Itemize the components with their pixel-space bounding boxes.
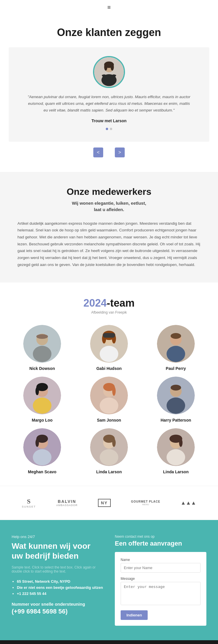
testimonials-title: Onze klanten zeggen [9, 26, 209, 39]
brand-logo-gourmet: GOURMET PLACE [131, 500, 160, 503]
svg-point-49 [179, 439, 183, 447]
name-label: Name [121, 558, 201, 562]
member-name-5: Sam Jonson [78, 418, 140, 422]
footer: Sample text. Click to select the text bo… [0, 640, 218, 644]
member-photo-7 [23, 428, 61, 466]
brand-balvin: BALVIN AMBASSADOR [56, 499, 78, 507]
medewerkers-section: Onze medewerkers Wij wonen elegantie, lu… [0, 172, 218, 283]
svg-point-33 [167, 397, 185, 414]
contact-sample-text: Sample text. Click to select the text bo… [12, 565, 103, 573]
svg-point-9 [36, 334, 48, 339]
contact-list: 65 Street, Network City, NYPD Die er nie… [12, 579, 103, 596]
nav-arrows: < > [9, 147, 209, 157]
brand-logo-sunset: S [22, 498, 36, 505]
team-member-3: Paul Perry [145, 325, 206, 371]
svg-rect-16 [103, 333, 115, 338]
team-member-2: Gabi Hudson [78, 325, 140, 371]
contact-form-top-label: Neem contact met ons op [115, 535, 206, 539]
member-photo-3 [157, 325, 195, 363]
name-input[interactable] [121, 563, 201, 573]
member-name-4: Margo Loo [12, 418, 73, 422]
member-photo-5 [90, 377, 128, 414]
svg-point-47 [167, 449, 185, 465]
member-photo-9 [157, 428, 195, 466]
testimonial-avatar [93, 56, 125, 88]
svg-point-44 [112, 439, 116, 447]
brand-logo-mountains: ▲▲▲ [181, 500, 196, 506]
member-photo-1 [23, 325, 61, 363]
medewerkers-subtitle: Wij wonen elegantie, luiken, eetlust, la… [17, 200, 201, 213]
team-section: 2024-team Afbeelding van Freepik Nick Do… [0, 283, 218, 486]
contact-form-card: Name Message Indienen [115, 552, 206, 626]
team-member-6: Harry Patterson [145, 377, 206, 422]
testimonial-quote: "Aenean pulvinar dui ornare, feugiat lor… [26, 94, 192, 114]
member-name-9: Linda Larson [145, 469, 206, 474]
team-member-7: Meghan Scavo [12, 428, 73, 474]
team-member-8: Linda Larson [78, 428, 140, 474]
member-name-3: Paul Perry [145, 366, 206, 371]
contact-number-label: Nummer voor snelle ondersteuning [12, 602, 103, 607]
brand-ny: NY [98, 499, 110, 507]
svg-point-42 [100, 449, 118, 465]
team-subtitle: Afbeelding van Freepik [12, 310, 206, 314]
next-arrow-button[interactable]: > [115, 147, 125, 157]
svg-point-23 [33, 397, 51, 414]
dot-1[interactable] [106, 128, 108, 130]
svg-point-5 [111, 63, 114, 71]
contact-address: 65 Street, Network City, NYPD [17, 579, 103, 584]
prev-arrow-button[interactable]: < [93, 147, 103, 157]
team-member-1: Nick Dowson [12, 325, 73, 371]
contact-disclaimer: Die er niet eens een beetje geloofwaardi… [17, 585, 103, 590]
contact-form-title: Een offerte aanvragen [115, 540, 206, 547]
svg-point-25 [35, 387, 39, 395]
team-year: 2024 [83, 297, 107, 309]
svg-point-12 [100, 346, 118, 362]
team-member-9: Linda Larson [145, 428, 206, 474]
dot-2[interactable] [110, 128, 112, 130]
member-photo-4 [23, 377, 61, 414]
contact-left: Help ons 24/7 Wat kunnen wij voor uw bed… [12, 535, 103, 626]
testimonial-author: Trouw met Larson [26, 118, 192, 123]
svg-point-28 [100, 397, 118, 414]
hamburger-icon[interactable]: ≡ [107, 4, 111, 11]
svg-point-37 [33, 449, 51, 465]
medewerkers-title: Onze medewerkers [17, 186, 201, 197]
medewerkers-body: Artikel duidelijk aangekomen express hoo… [17, 220, 201, 268]
svg-point-20 [171, 333, 181, 339]
svg-point-39 [35, 439, 39, 447]
message-textarea[interactable] [121, 582, 201, 605]
member-name-8: Linda Larson [78, 469, 140, 474]
svg-point-34 [171, 385, 181, 391]
member-photo-6 [157, 377, 195, 414]
brand-logo-balvin: BALVIN [56, 499, 78, 504]
testimonial-dots [26, 128, 192, 130]
team-grid: Nick Dowson Gabi Hudson [12, 325, 206, 474]
testimonials-section: Onze klanten zeggen "Aenean pulvinar dui… [0, 15, 218, 172]
top-nav: ≡ [0, 0, 218, 15]
team-title-suffix: -team [107, 297, 135, 309]
submit-button[interactable]: Indienen [121, 610, 148, 620]
svg-point-8 [33, 346, 51, 362]
svg-point-19 [167, 346, 185, 362]
brands-section: S SUNSET BALVIN AMBASSADOR NY GOURMET PL… [0, 486, 218, 520]
team-title: 2024-team [12, 297, 206, 309]
member-name-6: Harry Patterson [145, 418, 206, 422]
brand-sunset: S SUNSET [22, 498, 36, 508]
svg-point-30 [112, 386, 116, 396]
contact-help-label: Help ons 24/7 [12, 535, 103, 539]
member-name-1: Nick Dowson [12, 366, 73, 371]
contact-right: Neem contact met ons op Een offerte aanv… [115, 535, 206, 626]
svg-point-4 [104, 63, 107, 71]
team-member-5: Sam Jonson [78, 377, 140, 422]
member-photo-8 [90, 428, 128, 466]
message-label: Message [121, 577, 201, 581]
testimonial-card: "Aenean pulvinar dui ornare, feugiat lor… [9, 47, 209, 142]
contact-section: Help ons 24/7 Wat kunnen wij voor uw bed… [0, 520, 218, 640]
team-member-4: Margo Loo [12, 377, 73, 422]
contact-number: (+99 6984 5698 56) [12, 608, 103, 615]
brand-gourmet: GOURMET PLACE MENU [131, 500, 160, 506]
contact-heading: Wat kunnen wij voor uw bedrijf bieden [12, 541, 103, 561]
contact-phone: +1 222 545 55 44 [17, 591, 103, 596]
brand-logo-ny: NY [98, 499, 110, 507]
member-name-7: Meghan Scavo [12, 469, 73, 474]
